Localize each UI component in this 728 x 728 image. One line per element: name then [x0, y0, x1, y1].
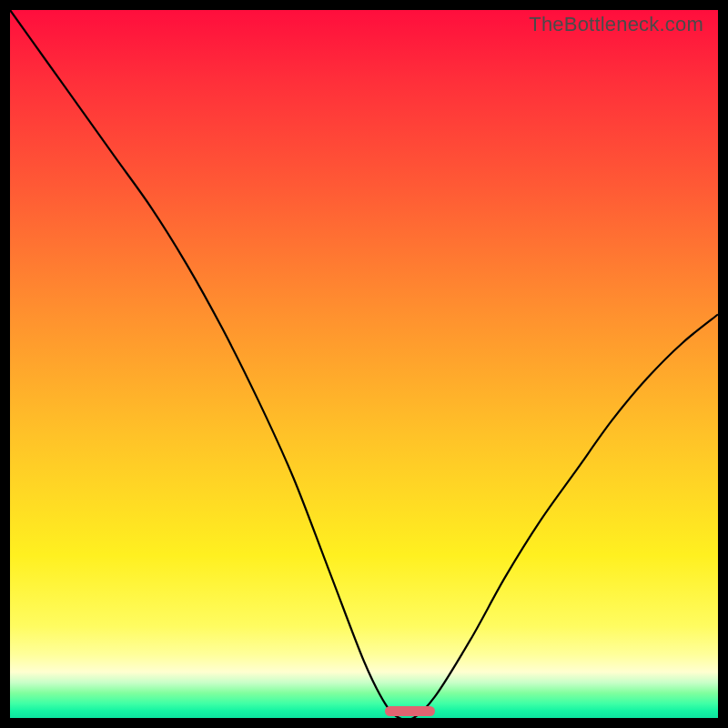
chart-frame: TheBottleneck.com — [0, 0, 728, 728]
curve-path — [10, 10, 718, 720]
plot-area: TheBottleneck.com — [10, 10, 718, 718]
bottleneck-curve — [10, 10, 718, 718]
sweet-spot-marker — [385, 706, 434, 716]
